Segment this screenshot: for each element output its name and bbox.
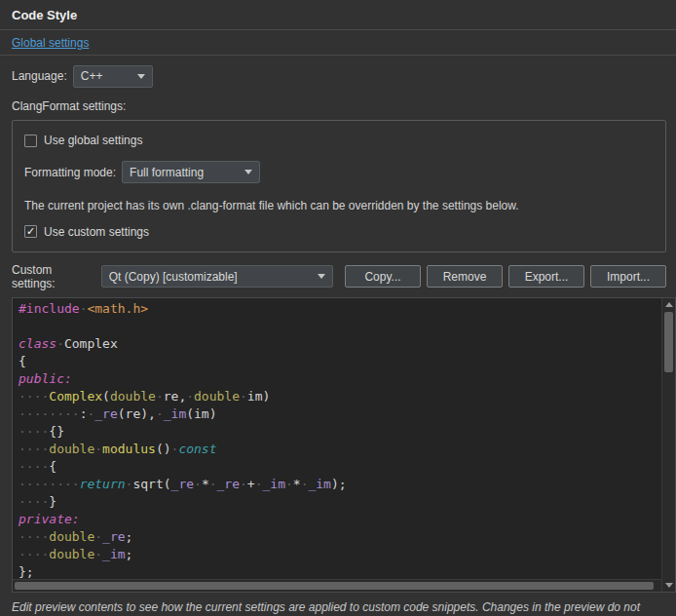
language-dropdown-value: C++ — [81, 69, 126, 83]
vertical-scrollbar[interactable] — [661, 298, 675, 592]
chevron-down-icon — [244, 170, 252, 174]
copy-button[interactable]: Copy... — [345, 265, 421, 288]
scroll-up-button[interactable] — [662, 298, 675, 311]
use-global-settings-checkbox[interactable]: Use global settings — [24, 134, 142, 147]
language-label: Language: — [12, 69, 67, 83]
export-button[interactable]: Export... — [508, 265, 584, 288]
horizontal-scrollbar[interactable] — [13, 579, 661, 592]
footer-help-text: Edit preview contents to see how the cur… — [12, 600, 666, 616]
separator — [0, 55, 676, 56]
language-dropdown[interactable]: C++ — [73, 65, 153, 88]
checkbox-icon — [24, 135, 37, 147]
clangformat-info-text: The current project has its own .clang-f… — [24, 199, 654, 212]
vertical-scrollbar-handle[interactable] — [664, 312, 673, 372]
code-preview-editor[interactable]: #include·<math.h> class·Complex{public:·… — [12, 297, 676, 593]
chevron-down-icon — [318, 274, 325, 279]
code-editor-content[interactable]: #include·<math.h> class·Complex{public:·… — [13, 298, 661, 579]
checkbox-icon — [24, 225, 37, 238]
import-button[interactable]: Import... — [590, 265, 666, 288]
custom-settings-label: Custom settings: — [12, 263, 95, 290]
vertical-scrollbar-track[interactable] — [662, 311, 675, 579]
formatting-mode-value: Full formatting — [130, 166, 233, 179]
remove-button[interactable]: Remove — [427, 265, 503, 288]
clangformat-section-label: ClangFormat settings: — [12, 99, 666, 113]
horizontal-scrollbar-handle[interactable] — [15, 582, 654, 590]
custom-settings-dropdown[interactable]: Qt (Copy) [customizable] — [101, 265, 333, 288]
arrow-down-icon — [665, 583, 673, 588]
formatting-mode-dropdown[interactable]: Full formatting — [122, 161, 260, 183]
formatting-mode-label: Formatting mode: — [24, 166, 116, 179]
global-settings-link[interactable]: Global settings — [12, 36, 89, 50]
separator — [0, 29, 676, 30]
chevron-down-icon — [137, 74, 145, 79]
arrow-up-icon — [665, 302, 673, 307]
use-global-settings-label: Use global settings — [44, 134, 142, 147]
scroll-down-button[interactable] — [662, 579, 675, 592]
use-custom-settings-label: Use custom settings — [44, 225, 149, 239]
page-title: Code Style — [12, 6, 666, 26]
custom-settings-value: Qt (Copy) [customizable] — [109, 270, 306, 284]
use-custom-settings-checkbox[interactable]: Use custom settings — [24, 225, 654, 239]
code-style-settings-page: Code Style Global settings Language: C++… — [0, 0, 676, 616]
clangformat-groupbox: Use global settings Formatting mode: Ful… — [12, 120, 666, 252]
